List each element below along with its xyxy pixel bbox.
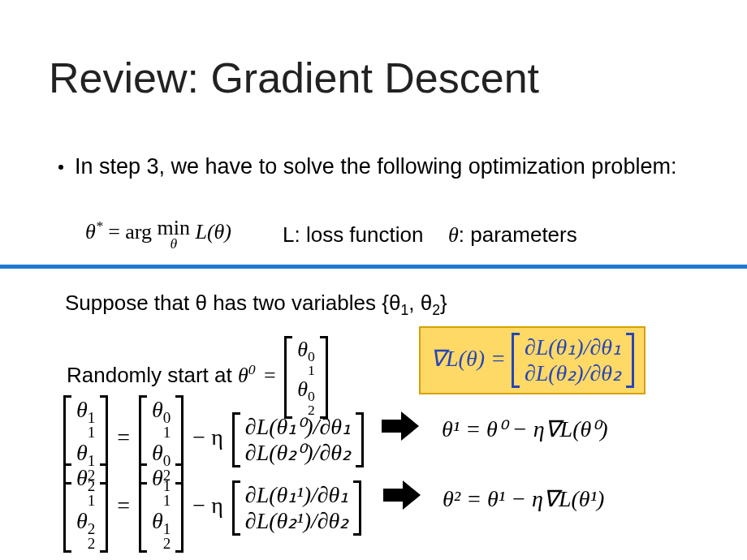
- partial-row-1: ∂L(θ₁¹)/∂θ₁: [245, 482, 349, 508]
- minus-eta: − η: [189, 424, 231, 450]
- suppose-prefix: Suppose that θ has two variables {θ: [65, 291, 400, 315]
- sub: 1: [88, 425, 96, 440]
- theta1-vector: θ11 θ12: [139, 463, 184, 553]
- legend-params-text: : parameters: [459, 222, 577, 247]
- partial-row-2: ∂L(θ₂⁰)/∂θ₂: [245, 440, 351, 466]
- theta-symbol: θ: [152, 465, 163, 490]
- bullet-text: In step 3, we have to solve the followin…: [75, 153, 676, 179]
- equals-symbol: =: [114, 493, 139, 518]
- right-bracket-icon: [174, 463, 184, 553]
- theta-symbol: θ: [85, 220, 96, 243]
- slide: Review: Gradient Descent In step 3, we h…: [0, 0, 747, 560]
- sub: 1: [308, 364, 315, 377]
- sub: 1: [163, 425, 171, 440]
- loss-of-theta: L(θ): [190, 220, 231, 243]
- theta-symbol: θ: [152, 440, 163, 465]
- divider-line: [0, 265, 747, 269]
- right-bracket-icon: [624, 333, 634, 388]
- grad-row-2: ∂L(θ₂)/∂θ₂: [525, 360, 621, 386]
- update-step-2-compact: θ² = θ¹ − η∇L(θ¹): [443, 485, 604, 512]
- gradient-vector: ∂L(θ₁)/∂θ₁ ∂L(θ₂)/∂θ₂: [512, 333, 634, 388]
- theta2-vector: θ21 θ22: [63, 463, 108, 553]
- left-bracket-icon: [232, 412, 242, 467]
- random-start-text: Randomly start at: [67, 363, 238, 387]
- theta-symbol: θ: [297, 338, 308, 361]
- arrow-right-icon: [382, 410, 421, 442]
- theta-symbol: θ: [76, 397, 88, 422]
- arrow-right-icon: [383, 479, 422, 511]
- left-bracket-icon: [232, 480, 242, 536]
- gradient-definition-box: ∇L(θ) = ∂L(θ₁)/∂θ₁ ∂L(θ₂)/∂θ₂: [419, 326, 646, 394]
- legend-loss: L: loss function: [283, 222, 423, 248]
- left-bracket-icon: [512, 333, 521, 388]
- min-over-theta: minθ: [158, 218, 190, 252]
- eq-arg-text: = arg: [108, 220, 157, 243]
- update-step-1-compact: θ¹ = θ⁰ − η∇L(θ⁰): [442, 416, 608, 442]
- sub: 1: [163, 493, 171, 508]
- bullet-dot-icon: [58, 165, 63, 170]
- theta-symbol: θ: [76, 440, 88, 465]
- theta-symbol: θ: [76, 508, 88, 533]
- equals-symbol: =: [114, 424, 139, 450]
- right-bracket-icon: [352, 480, 361, 536]
- sup: 1: [163, 522, 171, 536]
- theta-sub-1: 1: [400, 302, 408, 318]
- theta-symbol: θ: [76, 465, 88, 490]
- sub: 2: [88, 536, 96, 551]
- bullet-item: In step 3, we have to solve the followin…: [58, 153, 690, 179]
- gradient-at-theta0: ∂L(θ₁⁰)/∂θ₁ ∂L(θ₂⁰)/∂θ₂: [232, 412, 364, 467]
- left-bracket-icon: [139, 463, 149, 553]
- equation-argmin: θ* = arg minθ L(θ): [85, 218, 231, 252]
- gradient-at-theta1: ∂L(θ₁¹)/∂θ₁ ∂L(θ₂¹)/∂θ₂: [232, 480, 362, 536]
- theta-symbol: θ: [152, 508, 163, 533]
- sub: 2: [163, 536, 171, 551]
- star-superscript: *: [96, 218, 103, 234]
- grad-row-1: ∂L(θ₁)/∂θ₁: [525, 334, 621, 360]
- partial-row-2: ∂L(θ₂¹)/∂θ₂: [245, 508, 349, 534]
- equals-symbol: =: [261, 364, 284, 387]
- suppose-end: }: [440, 291, 447, 315]
- partial-row-1: ∂L(θ₁⁰)/∂θ₁: [245, 414, 351, 440]
- theta-symbol: θ: [238, 364, 248, 387]
- suppose-mid: , θ: [408, 291, 432, 315]
- suppose-text: Suppose that θ has two variables {θ1, θ2…: [65, 291, 447, 319]
- theta-symbol: θ: [152, 397, 163, 422]
- minus-eta: − η: [189, 493, 231, 518]
- theta-sub-2: 2: [432, 302, 440, 318]
- sub: 1: [88, 493, 96, 508]
- left-bracket-icon: [63, 463, 73, 553]
- slide-title: Review: Gradient Descent: [49, 54, 539, 102]
- update-step-2-expanded: θ21 θ22 = θ11 θ12 − η ∂L(θ₁¹)/∂θ₁ ∂L(θ₂¹…: [63, 463, 361, 553]
- sup-0: 0: [248, 361, 256, 377]
- theta-symbol: θ: [448, 223, 459, 247]
- right-bracket-icon: [354, 412, 364, 467]
- grad-lhs: ∇L(θ) =: [430, 346, 512, 371]
- right-bracket-icon: [98, 463, 108, 553]
- sup: 2: [88, 522, 96, 536]
- legend-theta: θ: parameters: [448, 222, 577, 248]
